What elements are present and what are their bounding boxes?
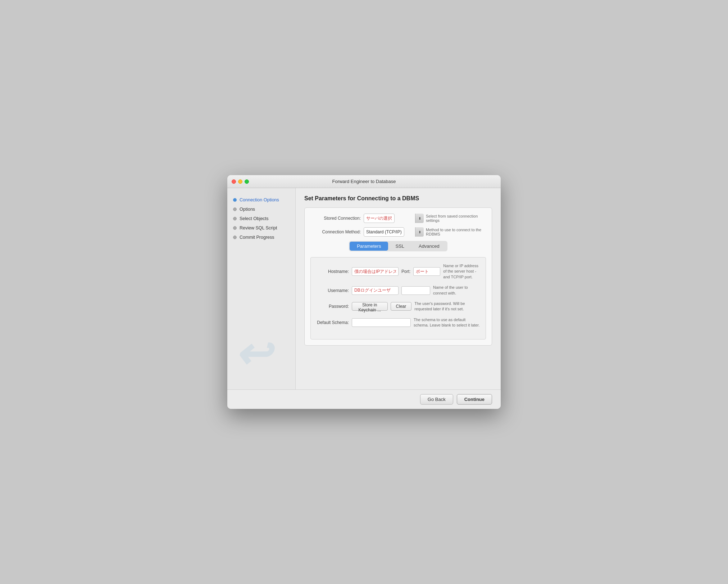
inner-panel: Hostname: Port: Name or IP address of th… bbox=[310, 257, 486, 339]
connection-method-select-wrapper: Standard (TCP/IP) ⬍ bbox=[364, 227, 424, 237]
dot-icon bbox=[233, 217, 237, 220]
default-schema-row: Default Schema: The schema to use as def… bbox=[317, 317, 480, 328]
default-schema-hint: The schema to use as default schema. Lea… bbox=[414, 317, 480, 328]
stored-connection-select-wrapper: サーバの選択 ⬍ bbox=[364, 214, 424, 223]
username-label: Username: bbox=[317, 288, 349, 293]
sidebar-item-connection-options[interactable]: Connection Options bbox=[227, 195, 295, 205]
hostname-row: Hostname: Port: Name or IP address of th… bbox=[317, 263, 480, 280]
main-window: Forward Engineer to Database ↩ Connectio… bbox=[227, 175, 501, 409]
sidebar-watermark: ↩ bbox=[235, 332, 271, 375]
username-extra-input[interactable] bbox=[401, 286, 430, 295]
sidebar-item-commit-progress[interactable]: Commit Progress bbox=[227, 233, 295, 242]
titlebar: Forward Engineer to Database bbox=[227, 175, 501, 188]
maximize-button[interactable] bbox=[245, 179, 249, 184]
username-input[interactable] bbox=[352, 286, 399, 295]
connection-method-hint: Method to use to connect to the RDBMS bbox=[426, 228, 486, 236]
stored-connection-control: サーバの選択 ⬍ Select from saved connection se… bbox=[364, 214, 486, 223]
sidebar-item-label: Connection Options bbox=[240, 197, 279, 202]
default-schema-input[interactable] bbox=[352, 318, 411, 327]
page-title: Set Parameters for Connecting to a DBMS bbox=[304, 195, 492, 202]
sidebar-item-options[interactable]: Options bbox=[227, 205, 295, 214]
sidebar-item-label: Commit Progress bbox=[240, 235, 274, 240]
sidebar-item-label: Options bbox=[240, 207, 255, 212]
username-hint: Name of the user to connect with. bbox=[433, 285, 480, 296]
close-button[interactable] bbox=[232, 179, 236, 184]
content-area: Set Parameters for Connecting to a DBMS … bbox=[296, 188, 501, 389]
hostname-input[interactable] bbox=[352, 267, 399, 276]
connection-method-label: Connection Method: bbox=[310, 229, 361, 234]
sidebar-item-label: Review SQL Script bbox=[240, 225, 277, 231]
connection-method-select[interactable]: Standard (TCP/IP) bbox=[364, 227, 404, 237]
continue-button[interactable]: Continue bbox=[457, 394, 492, 405]
hostname-hint: Name or IP address of the server host - … bbox=[443, 263, 480, 280]
footer: Go Back Continue bbox=[227, 389, 501, 409]
sidebar-item-select-objects[interactable]: Select Objects bbox=[227, 214, 295, 223]
chevron-down-icon[interactable]: ⬍ bbox=[415, 214, 424, 223]
username-row: Username: Name of the user to connect wi… bbox=[317, 285, 480, 296]
chevron-down-icon[interactable]: ⬍ bbox=[415, 227, 424, 237]
store-in-keychain-button[interactable]: Store in Keychain ... bbox=[352, 302, 388, 311]
parameters-panel: Stored Connection: サーバの選択 ⬍ Select from … bbox=[304, 207, 492, 346]
stored-connection-row: Stored Connection: サーバの選択 ⬍ Select from … bbox=[310, 214, 486, 223]
connection-method-row: Connection Method: Standard (TCP/IP) ⬍ M… bbox=[310, 227, 486, 237]
tabs-bar: Parameters SSL Advanced bbox=[349, 241, 447, 251]
dot-icon bbox=[233, 198, 237, 202]
hostname-label: Hostname: bbox=[317, 269, 349, 274]
sidebar: ↩ Connection Options Options Select Obje… bbox=[227, 188, 296, 389]
dot-icon bbox=[233, 207, 237, 211]
sidebar-item-review-sql-script[interactable]: Review SQL Script bbox=[227, 223, 295, 233]
traffic-lights bbox=[232, 179, 249, 184]
sidebar-item-label: Select Objects bbox=[240, 216, 269, 221]
tab-ssl[interactable]: SSL bbox=[388, 242, 411, 251]
connection-method-control: Standard (TCP/IP) ⬍ Method to use to con… bbox=[364, 227, 486, 237]
stored-connection-select[interactable]: サーバの選択 bbox=[364, 214, 395, 223]
dot-icon bbox=[233, 236, 237, 239]
minimize-button[interactable] bbox=[238, 179, 242, 184]
dot-icon bbox=[233, 226, 237, 230]
tab-parameters[interactable]: Parameters bbox=[350, 242, 388, 251]
password-hint: The user's password. Will be requested l… bbox=[414, 301, 480, 312]
stored-connection-label: Stored Connection: bbox=[310, 216, 361, 221]
tab-advanced[interactable]: Advanced bbox=[411, 242, 447, 251]
port-label: Port: bbox=[401, 269, 410, 274]
password-label: Password: bbox=[317, 304, 349, 309]
main-area: ↩ Connection Options Options Select Obje… bbox=[227, 188, 501, 389]
clear-button[interactable]: Clear bbox=[391, 302, 412, 311]
go-back-button[interactable]: Go Back bbox=[420, 394, 453, 405]
port-input[interactable] bbox=[413, 267, 440, 276]
window-title: Forward Engineer to Database bbox=[332, 179, 396, 184]
stored-connection-hint: Select from saved connection settings bbox=[426, 214, 486, 223]
default-schema-label: Default Schema: bbox=[317, 320, 349, 325]
password-row: Password: Store in Keychain ... Clear Th… bbox=[317, 301, 480, 312]
